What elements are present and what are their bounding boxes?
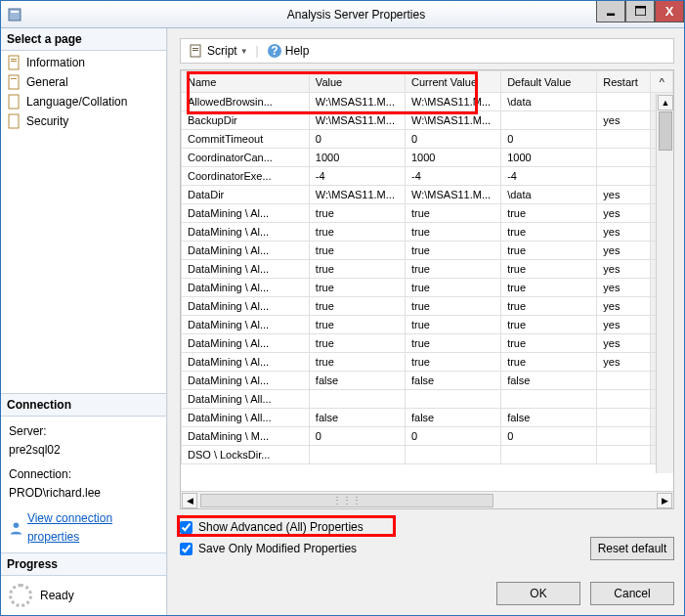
cell-current: true <box>406 260 501 279</box>
scroll-up-icon[interactable]: ▲ <box>658 95 673 110</box>
cell-def: true <box>501 316 597 334</box>
horizontal-scrollbar[interactable]: ◀ ⋮⋮⋮ ▶ <box>181 491 673 508</box>
cell-value[interactable] <box>309 446 405 464</box>
table-row[interactable]: DataMining \ Al...truetruetrueyes <box>182 334 673 353</box>
close-button[interactable]: X <box>655 1 684 22</box>
cell-name: BackupDir <box>182 111 310 130</box>
cell-value[interactable]: 1000 <box>309 149 405 167</box>
cell-value[interactable] <box>309 390 405 409</box>
cell-value[interactable]: true <box>309 260 405 279</box>
cell-value[interactable]: W:\MSAS11.M... <box>309 93 405 111</box>
cell-current: true <box>406 316 501 334</box>
view-connection-link[interactable]: View connection properties <box>27 509 158 547</box>
cell-value[interactable]: true <box>309 297 405 316</box>
cell-value[interactable]: 0 <box>309 427 405 446</box>
cell-restart <box>597 149 651 167</box>
cell-value[interactable]: W:\MSAS11.M... <box>309 111 405 130</box>
connection-label: Connection: <box>9 465 158 484</box>
script-button[interactable]: Script ▼ <box>185 41 252 61</box>
cell-restart: yes <box>597 186 651 204</box>
cell-value[interactable]: true <box>309 223 405 242</box>
cell-value[interactable]: W:\MSAS11.M... <box>309 186 405 204</box>
table-row[interactable]: CoordinatorCan...100010001000 <box>182 149 673 167</box>
nav-information[interactable]: Information <box>1 53 166 72</box>
col-header-value[interactable]: Value <box>309 71 405 93</box>
help-label: Help <box>285 44 310 58</box>
cell-name: DataMining \ Al... <box>182 242 310 260</box>
table-row[interactable]: DataMining \ All... <box>182 390 673 409</box>
save-only-checkbox[interactable]: Save Only Modified Properties <box>180 539 357 558</box>
col-header-name[interactable]: Name <box>182 71 310 93</box>
vertical-scrollbar[interactable]: ▲ <box>656 94 673 473</box>
cell-value[interactable]: true <box>309 279 405 297</box>
table-row[interactable]: DataMining \ Al...truetruetrueyes <box>182 316 673 334</box>
table-row[interactable]: DataMining \ Al...truetruetrueyes <box>182 279 673 297</box>
cell-current: true <box>406 334 501 353</box>
cell-value[interactable]: true <box>309 242 405 260</box>
app-icon <box>7 7 22 22</box>
svg-text:?: ? <box>271 44 278 58</box>
properties-window: Analysis Server Properties 🗕 🗖 X Select … <box>0 0 685 616</box>
table-row[interactable]: DataMining \ Al...truetruetrueyes <box>182 204 673 223</box>
table-row[interactable]: DataMining \ Al...truetruetrueyes <box>182 297 673 316</box>
col-header-current[interactable]: Current Value <box>406 71 501 93</box>
svg-rect-12 <box>193 50 198 51</box>
save-only-input[interactable] <box>180 543 193 555</box>
reset-default-button[interactable]: Reset default <box>590 537 674 560</box>
help-button[interactable]: ? Help <box>263 41 314 61</box>
cell-def: \data <box>501 93 597 111</box>
cell-restart <box>597 93 651 111</box>
maximize-button[interactable]: 🗖 <box>625 1 655 22</box>
cell-value[interactable]: -4 <box>309 167 405 186</box>
cell-value[interactable]: 0 <box>309 130 405 149</box>
table-row[interactable]: DSO \ LocksDir... <box>182 446 673 464</box>
scroll-thumb[interactable] <box>659 111 672 151</box>
cell-value[interactable]: false <box>309 409 405 427</box>
nav-label: Security <box>26 114 68 128</box>
svg-rect-5 <box>9 75 19 89</box>
table-row[interactable]: BackupDirW:\MSAS11.M...W:\MSAS11.M...yes <box>182 111 673 130</box>
cell-value[interactable]: true <box>309 334 405 353</box>
table-row[interactable]: DataMining \ Al...truetruetrueyes <box>182 223 673 242</box>
show-advanced-input[interactable] <box>180 521 193 534</box>
cell-restart: yes <box>597 316 651 334</box>
nav-language[interactable]: Language/Collation <box>1 92 166 111</box>
progress-spinner-icon <box>9 584 32 607</box>
table-row[interactable]: DataMining \ M...000 <box>182 427 673 446</box>
scroll-thumb-h[interactable]: ⋮⋮⋮ <box>200 494 493 507</box>
cell-current: true <box>406 204 501 223</box>
server-value: pre2sql02 <box>9 441 158 460</box>
table-row[interactable]: DataMining \ All...falsefalsefalse <box>182 409 673 427</box>
table-row[interactable]: CoordinatorExe...-4-4-4 <box>182 167 673 186</box>
cell-value[interactable]: true <box>309 316 405 334</box>
col-header-default[interactable]: Default Value <box>501 71 597 93</box>
cell-value[interactable]: false <box>309 372 405 390</box>
table-row[interactable]: CommitTimeout000 <box>182 130 673 149</box>
ok-button[interactable]: OK <box>496 582 580 605</box>
table-row[interactable]: DataMining \ Al...truetruetrueyes <box>182 242 673 260</box>
cell-current: W:\MSAS11.M... <box>406 93 501 111</box>
nav-general[interactable]: General <box>1 72 166 92</box>
show-advanced-checkbox[interactable]: Show Advanced (All) Properties <box>180 517 674 537</box>
minimize-button[interactable]: 🗕 <box>596 1 625 22</box>
cell-name: DataDir <box>182 186 310 204</box>
cell-def: false <box>501 372 597 390</box>
page-icon <box>7 74 22 90</box>
cell-def: false <box>501 409 597 427</box>
cancel-button[interactable]: Cancel <box>590 582 674 605</box>
col-header-restart[interactable]: Restart <box>597 71 651 93</box>
table-row[interactable]: DataDirW:\MSAS11.M...W:\MSAS11.M...\data… <box>182 186 673 204</box>
cell-name: CoordinatorCan... <box>182 149 310 167</box>
cell-name: DataMining \ Al... <box>182 297 310 316</box>
cell-value[interactable]: true <box>309 353 405 372</box>
table-row[interactable]: DataMining \ Al...truetruetrueyes <box>182 353 673 372</box>
scroll-right-icon[interactable]: ▶ <box>657 493 672 508</box>
nav-security[interactable]: Security <box>1 111 166 131</box>
left-pane: Select a page Information General Langua… <box>1 28 167 615</box>
cell-def: 0 <box>501 130 597 149</box>
table-row[interactable]: AllowedBrowsin...W:\MSAS11.M...W:\MSAS11… <box>182 93 673 111</box>
cell-value[interactable]: true <box>309 204 405 223</box>
table-row[interactable]: DataMining \ Al...truetruetrueyes <box>182 260 673 279</box>
table-row[interactable]: DataMining \ Al...falsefalsefalse <box>182 372 673 390</box>
scroll-left-icon[interactable]: ◀ <box>182 493 197 508</box>
